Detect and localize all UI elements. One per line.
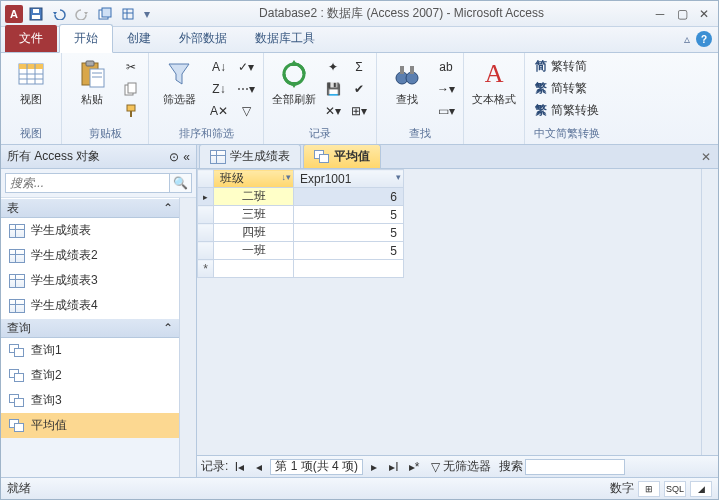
tab-dbtools[interactable]: 数据库工具 bbox=[241, 25, 329, 52]
view-button[interactable]: 视图 bbox=[7, 55, 55, 110]
refresh-all-button[interactable]: 全部刷新 bbox=[270, 55, 318, 110]
select-icon[interactable]: ▭▾ bbox=[435, 101, 457, 121]
nav-query-item[interactable]: 查询2 bbox=[1, 363, 179, 388]
status-bar: 就绪 数字 ⊞ SQL ◢ bbox=[1, 477, 718, 499]
cell[interactable]: 二班 bbox=[214, 188, 294, 206]
prev-record-icon[interactable]: ◂ bbox=[250, 459, 268, 475]
app-icon[interactable]: A bbox=[5, 5, 23, 23]
table-row[interactable]: 一班5 bbox=[198, 242, 404, 260]
simp-to-trad-button[interactable]: 繁简转繁 bbox=[531, 79, 603, 98]
doc-tab-table[interactable]: 学生成绩表 bbox=[199, 144, 301, 168]
record-search-input[interactable] bbox=[525, 459, 625, 475]
close-icon[interactable]: ✕ bbox=[694, 6, 714, 22]
new-record-icon[interactable]: ✦ bbox=[322, 57, 344, 77]
row-header[interactable] bbox=[198, 188, 214, 206]
nav-header[interactable]: 所有 Access 对象 ⊙« bbox=[1, 145, 196, 169]
find-button[interactable]: 查找 bbox=[383, 55, 431, 110]
table-icon bbox=[9, 299, 25, 313]
table-row[interactable]: 三班5 bbox=[198, 206, 404, 224]
last-record-icon[interactable]: ▸I bbox=[385, 459, 403, 475]
more-records-icon[interactable]: ⊞▾ bbox=[348, 101, 370, 121]
tab-home[interactable]: 开始 bbox=[59, 24, 113, 53]
sort-asc-icon[interactable]: A↓ bbox=[207, 57, 231, 77]
select-all-corner[interactable] bbox=[198, 170, 214, 188]
record-position[interactable]: 第 1 项(共 4 项) bbox=[270, 459, 363, 475]
nav-query-item[interactable]: 查询1 bbox=[1, 338, 179, 363]
goto-icon[interactable]: →▾ bbox=[435, 79, 457, 99]
cell[interactable]: 四班 bbox=[214, 224, 294, 242]
new-record-nav-icon[interactable]: ▸* bbox=[405, 459, 423, 475]
trad-to-simp-button[interactable]: 简繁转简 bbox=[531, 57, 603, 76]
qat-btn-5[interactable] bbox=[118, 4, 138, 24]
design-view-btn[interactable]: ◢ bbox=[690, 481, 712, 497]
spelling-icon[interactable]: ✔ bbox=[348, 79, 370, 99]
delete-record-icon[interactable]: ✕▾ bbox=[322, 101, 344, 121]
doc-close-icon[interactable]: ✕ bbox=[698, 149, 714, 165]
table-row[interactable]: 四班5 bbox=[198, 224, 404, 242]
advanced-filter-icon[interactable]: ⋯▾ bbox=[235, 79, 257, 99]
search-icon[interactable]: 🔍 bbox=[170, 173, 192, 193]
qat-btn-4[interactable] bbox=[95, 4, 115, 24]
cell[interactable]: 5 bbox=[294, 224, 404, 242]
tab-external[interactable]: 外部数据 bbox=[165, 25, 241, 52]
undo-icon[interactable] bbox=[49, 4, 69, 24]
tab-create[interactable]: 创建 bbox=[113, 25, 165, 52]
data-grid[interactable]: 班级↓▾ Expr1001▾ 二班6三班5四班5一班5 bbox=[197, 169, 404, 278]
tables-category-header[interactable]: 表⌃ bbox=[1, 198, 179, 218]
clear-sort-icon[interactable]: A✕ bbox=[207, 101, 231, 121]
first-record-icon[interactable]: I◂ bbox=[230, 459, 248, 475]
filter-button[interactable]: 筛选器 bbox=[155, 55, 203, 110]
redo-icon[interactable] bbox=[72, 4, 92, 24]
nav-table-item[interactable]: 学生成绩表2 bbox=[1, 243, 179, 268]
nav-table-item[interactable]: 学生成绩表3 bbox=[1, 268, 179, 293]
ribbon-minimize-icon[interactable]: ▵ bbox=[684, 32, 690, 46]
doc-tab-query[interactable]: 平均值 bbox=[303, 144, 381, 168]
qat-customize-icon[interactable]: ▾ bbox=[141, 4, 153, 24]
cell[interactable]: 三班 bbox=[214, 206, 294, 224]
nav-collapse-icon[interactable]: « bbox=[183, 150, 190, 164]
next-record-icon[interactable]: ▸ bbox=[365, 459, 383, 475]
datasheet-view-btn[interactable]: ⊞ bbox=[638, 481, 660, 497]
cut-icon[interactable]: ✂ bbox=[120, 57, 142, 77]
search-input[interactable] bbox=[5, 173, 170, 193]
cell[interactable]: 5 bbox=[294, 242, 404, 260]
nav-query-item[interactable]: 查询3 bbox=[1, 388, 179, 413]
sql-view-btn[interactable]: SQL bbox=[664, 481, 686, 497]
nav-query-item[interactable]: 平均值 bbox=[1, 413, 179, 438]
cell[interactable]: 6 bbox=[294, 188, 404, 206]
grid-scrollbar[interactable] bbox=[701, 169, 718, 455]
sort-desc-icon[interactable]: Z↓ bbox=[207, 79, 231, 99]
replace-icon[interactable]: ab bbox=[435, 57, 457, 77]
help-icon[interactable]: ? bbox=[696, 31, 712, 47]
queries-category-header[interactable]: 查询⌃ bbox=[1, 318, 179, 338]
totals-icon[interactable]: Σ bbox=[348, 57, 370, 77]
row-header[interactable] bbox=[198, 224, 214, 242]
funnel-icon bbox=[163, 58, 195, 90]
nav-table-item[interactable]: 学生成绩表 bbox=[1, 218, 179, 243]
toggle-filter-icon[interactable]: ▽ bbox=[235, 101, 257, 121]
text-format-button[interactable]: A 文本格式 bbox=[470, 55, 518, 110]
row-header[interactable] bbox=[198, 206, 214, 224]
tab-file[interactable]: 文件 bbox=[5, 25, 57, 52]
column-header-expr[interactable]: Expr1001▾ bbox=[294, 170, 404, 188]
cell[interactable]: 一班 bbox=[214, 242, 294, 260]
save-record-icon[interactable]: 💾 bbox=[322, 79, 344, 99]
maximize-icon[interactable]: ▢ bbox=[672, 6, 692, 22]
paste-button[interactable]: 粘贴 bbox=[68, 55, 116, 110]
nav-table-item[interactable]: 学生成绩表4 bbox=[1, 293, 179, 318]
row-header[interactable] bbox=[198, 242, 214, 260]
minimize-icon[interactable]: ─ bbox=[650, 6, 670, 22]
copy-icon[interactable] bbox=[120, 79, 142, 99]
save-icon[interactable] bbox=[26, 4, 46, 24]
ribbon-tabs: 文件 开始 创建 外部数据 数据库工具 ▵ ? bbox=[1, 27, 718, 53]
cell[interactable]: 5 bbox=[294, 206, 404, 224]
chinese-convert-button[interactable]: 繁简繁转换 bbox=[531, 101, 603, 120]
column-header-class[interactable]: 班级↓▾ bbox=[214, 170, 294, 188]
nav-scrollbar[interactable] bbox=[179, 198, 196, 477]
nav-dropdown-icon[interactable]: ⊙ bbox=[169, 150, 179, 164]
table-row[interactable]: 二班6 bbox=[198, 188, 404, 206]
format-painter-icon[interactable] bbox=[120, 101, 142, 121]
new-record-row[interactable] bbox=[198, 260, 404, 278]
selection-filter-icon[interactable]: ✓▾ bbox=[235, 57, 257, 77]
svg-rect-26 bbox=[410, 66, 414, 74]
